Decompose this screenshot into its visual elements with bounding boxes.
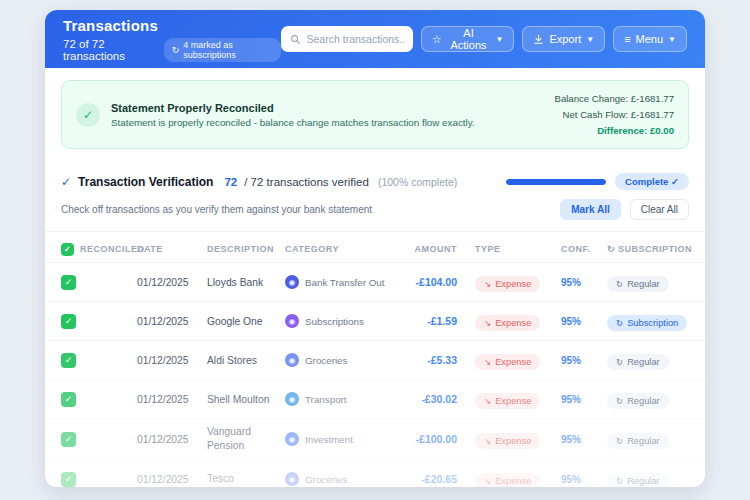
transaction-category: ◉ Investment	[285, 432, 407, 446]
complete-badge: Complete ✓	[615, 173, 689, 190]
transaction-description: Shell Moulton	[207, 393, 285, 407]
verified-suffix: / 72 transactions verified	[244, 176, 369, 188]
check-icon: ✓	[61, 175, 71, 189]
trending-down-icon: ↘	[484, 396, 491, 406]
reconciled-checkbox[interactable]: ✓	[61, 472, 76, 487]
type-badge: ↘ Expense	[475, 433, 540, 449]
progress-fill	[506, 179, 606, 185]
verification-section: ✓ Transaction Verification 72 / 72 trans…	[45, 161, 705, 232]
table-row[interactable]: ✓ 01/12/2025 Shell Moulton ◉ Transport -…	[45, 379, 705, 418]
transaction-amount: -£1.59	[407, 315, 475, 327]
category-icon: ◉	[285, 472, 299, 486]
trending-down-icon: ↘	[484, 436, 491, 446]
confidence-value: 95%	[561, 277, 607, 288]
transaction-amount: -£30.02	[407, 393, 475, 405]
subscription-badge[interactable]: ↻ Regular	[607, 433, 669, 449]
search-icon	[290, 34, 301, 45]
table-row[interactable]: ✓ 01/12/2025 Tesco ◉ Groceries -£20.65 ↘…	[45, 459, 705, 487]
category-icon: ◉	[285, 314, 299, 328]
subscription-badge[interactable]: ↻ Regular	[607, 473, 669, 487]
page-title: Transactions	[63, 17, 281, 34]
type-badge: ↘ Expense	[475, 393, 540, 409]
chevron-down-icon: ▼	[586, 35, 594, 44]
confidence-value: 95%	[561, 316, 607, 327]
subscription-badge[interactable]: ↻ Regular	[607, 354, 669, 370]
column-reconciled: RECONCILED	[80, 244, 145, 254]
subscription-badge[interactable]: ↻ Subscription	[607, 315, 687, 331]
transaction-amount: -£20.65	[407, 473, 475, 485]
trending-down-icon: ↘	[484, 357, 491, 367]
percent-complete: (100% complete)	[378, 176, 457, 188]
chevron-down-icon: ▼	[495, 35, 503, 44]
trending-down-icon: ↘	[484, 279, 491, 289]
menu-icon: ≡	[624, 33, 630, 45]
search-input[interactable]	[307, 33, 404, 45]
reconciled-checkbox[interactable]: ✓	[61, 275, 76, 290]
column-subscription: SUBSCRIPTION	[618, 244, 692, 254]
column-category: CATEGORY	[285, 244, 407, 254]
subscription-badge[interactable]: ↻ Regular	[607, 393, 669, 409]
confidence-value: 95%	[561, 434, 607, 445]
type-badge: ↘ Expense	[475, 276, 540, 292]
reconciled-checkbox[interactable]: ✓	[61, 432, 76, 447]
net-cash-flow-stat: Net Cash Flow: £-1681.77	[555, 107, 675, 123]
reconciliation-title: Statement Properly Reconciled	[111, 102, 475, 114]
reconciled-checkbox[interactable]: ✓	[61, 392, 76, 407]
reconciliation-banner: ✓ Statement Properly Reconciled Statemen…	[61, 80, 689, 149]
verification-progress-bar	[506, 179, 606, 185]
table-header: ✓ RECONCILED DATE DESCRIPTION CATEGORY A…	[45, 236, 705, 262]
balance-change-stat: Balance Change: £-1681.77	[555, 91, 675, 107]
table-row[interactable]: ✓ 01/12/2025 Aldi Stores ◉ Groceries -£5…	[45, 340, 705, 379]
clear-all-button[interactable]: Clear All	[630, 199, 689, 220]
download-icon	[533, 34, 544, 45]
ai-actions-button[interactable]: ☆ AI Actions ▼	[421, 26, 515, 52]
search-box[interactable]	[281, 26, 413, 52]
type-badge: ↘ Expense	[475, 473, 540, 487]
column-description: DESCRIPTION	[207, 244, 285, 254]
transaction-description: Aldi Stores	[207, 354, 285, 368]
trending-down-icon: ↘	[484, 476, 491, 486]
transaction-date: 01/12/2025	[137, 277, 207, 288]
select-all-checkbox[interactable]: ✓	[61, 243, 74, 256]
transaction-date: 01/12/2025	[137, 474, 207, 485]
chevron-down-icon: ▼	[668, 35, 676, 44]
type-badge: ↘ Expense	[475, 354, 540, 370]
menu-button[interactable]: ≡ Menu ▼	[613, 26, 687, 52]
transaction-category: ◉ Groceries	[285, 353, 407, 367]
transaction-category: ◉ Bank Transfer Out	[285, 275, 407, 289]
transactions-count: 72 of 72 transactions	[63, 38, 156, 62]
trending-down-icon: ↘	[484, 318, 491, 328]
header-actions: ☆ AI Actions ▼ Export ▼ ≡ Menu ▼	[281, 26, 687, 52]
star-icon: ☆	[432, 33, 442, 46]
table-row[interactable]: ✓ 01/12/2025 Vanguard Pension ◉ Investme…	[45, 418, 705, 459]
type-badge: ↘ Expense	[475, 315, 540, 331]
category-icon: ◉	[285, 353, 299, 367]
column-type: TYPE	[475, 244, 561, 254]
transaction-category: ◉ Subscriptions	[285, 314, 407, 328]
transaction-description: Tesco	[207, 472, 285, 486]
verified-count: 72	[224, 176, 237, 188]
sync-icon: ↻	[616, 396, 623, 406]
sync-icon: ↻	[172, 45, 180, 55]
transaction-amount: -£104.00	[407, 276, 475, 288]
table-row[interactable]: ✓ 01/12/2025 Lloyds Bank ◉ Bank Transfer…	[45, 262, 705, 301]
transaction-category: ◉ Transport	[285, 392, 407, 406]
sync-icon: ↻	[616, 436, 623, 446]
header-left: Transactions 72 of 72 transactions ↻ 4 m…	[63, 17, 281, 62]
export-button[interactable]: Export ▼	[522, 26, 605, 52]
transaction-category: ◉ Groceries	[285, 472, 407, 486]
reconciled-checkbox[interactable]: ✓	[61, 353, 76, 368]
mark-all-button[interactable]: Mark All	[560, 199, 621, 220]
table-row[interactable]: ✓ 01/12/2025 Google One ◉ Subscriptions …	[45, 301, 705, 340]
confidence-value: 95%	[561, 355, 607, 366]
verification-hint: Check off transactions as you verify the…	[61, 204, 372, 215]
category-icon: ◉	[285, 275, 299, 289]
reconciled-checkbox[interactable]: ✓	[61, 314, 76, 329]
sync-icon: ↻	[616, 476, 623, 486]
subscription-badge[interactable]: ↻ Regular	[607, 276, 669, 292]
transactions-panel: Transactions 72 of 72 transactions ↻ 4 m…	[45, 10, 705, 487]
confidence-value: 95%	[561, 474, 607, 485]
subscriptions-badge: ↻ 4 marked as subscriptions	[164, 38, 281, 62]
sync-icon: ↻	[616, 279, 623, 289]
category-icon: ◉	[285, 432, 299, 446]
